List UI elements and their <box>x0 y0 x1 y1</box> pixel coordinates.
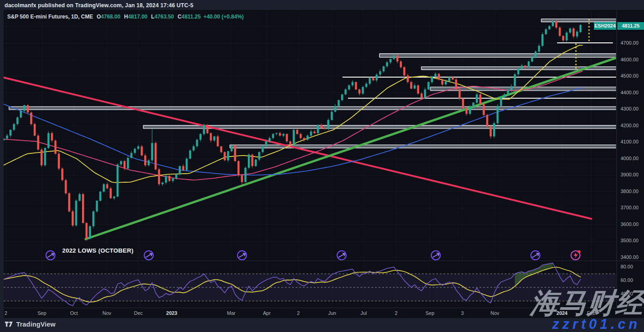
timeline-marker-icon[interactable] <box>144 251 153 260</box>
price-axis-label: 4600.00 <box>621 57 639 62</box>
price-axis-label: 3900.00 <box>621 172 639 177</box>
time-axis-label: 2 <box>297 310 300 316</box>
price-axis-label: 3500.00 <box>621 238 639 243</box>
footer-bar: TradingView <box>5 320 55 328</box>
legend-change: +40.00 (+0.84%) <box>203 14 243 20</box>
price-axis-label: 4700.00 <box>621 40 639 46</box>
legend-ohlc-key: L <box>151 14 154 20</box>
time-axis-label: Mar <box>227 310 236 316</box>
time-axis-label: Nov <box>102 310 111 316</box>
time-axis-label: 2 <box>5 310 7 316</box>
timeline-marker-icon[interactable] <box>46 251 55 260</box>
timeline-marker-icon[interactable] <box>531 251 540 260</box>
price-axis-label: 3700.00 <box>621 205 639 210</box>
timeline-marker-icon[interactable] <box>337 251 346 260</box>
legend-ohlc-value: 4811.25 <box>182 14 201 20</box>
time-axis-label: 3 <box>461 310 464 316</box>
price-axis-label: 4100.00 <box>621 139 639 144</box>
legend-ohlc-key: H <box>124 14 128 20</box>
timeline-marker-icon[interactable] <box>238 251 247 260</box>
oscillator-axis-label: 60.00 <box>621 277 633 283</box>
time-axis-label: Oct <box>70 310 78 316</box>
annotation-2022-lows-label: 2022 LOWS (OCTOBER) <box>62 247 133 254</box>
time-axis-label: Jun <box>328 310 336 316</box>
legend-ohlc-value: 4817.00 <box>128 14 147 20</box>
legend-ohlc-value: 4763.50 <box>155 14 174 20</box>
price-axis-label: 3600.00 <box>621 221 639 227</box>
watermark-url-text: zzrt01.cn <box>552 316 640 332</box>
time-axis-label: 2023 <box>166 310 177 316</box>
footer-brand-text[interactable]: TradingView <box>16 321 55 328</box>
timeline-marker-icon[interactable] <box>431 251 440 260</box>
price-axis-label: 3400.00 <box>621 254 639 260</box>
chart-canvas[interactable] <box>0 0 644 332</box>
price-axis-label: 4000.00 <box>621 156 639 161</box>
time-axis-label: Sep <box>425 310 434 316</box>
legend-symbol-title: S&P 500 E-mini Futures, 1D, CME <box>7 14 93 20</box>
price-axis[interactable]: 4700.004600.004500.004400.004300.004200.… <box>617 10 644 308</box>
last-price-badge[interactable]: 4811.25 <box>617 22 644 30</box>
uptrend-from-2022-lows[interactable] <box>86 58 617 239</box>
price-axis-label: 4400.00 <box>621 90 639 95</box>
legend-ohlc-value: 4768.00 <box>101 14 120 20</box>
symbol-legend[interactable]: S&P 500 E-mini Futures, 1D, CMEO4768.00H… <box>7 14 244 20</box>
contract-badge[interactable]: ESH2024 <box>594 22 616 30</box>
resistance-zones[interactable] <box>9 19 616 148</box>
time-axis-label: Nov <box>490 310 499 316</box>
legend-ohlc-key: O <box>97 14 101 20</box>
oscillator-axis-label: 80.00 <box>621 264 633 269</box>
legend-ohlc-key: C <box>178 14 182 20</box>
price-axis-label: 4500.00 <box>621 73 639 78</box>
time-axis-label: Sep <box>37 310 46 316</box>
timeline-marker-flash-icon[interactable] <box>571 250 580 260</box>
time-axis-label: Apr <box>263 310 270 316</box>
price-axis-label: 4200.00 <box>621 123 639 128</box>
price-axis-label: 4300.00 <box>621 106 639 111</box>
legend-ohlc-values: O4768.00H4817.00L4763.50C4811.25 <box>93 14 201 20</box>
attribution-text: dacolmanfx published on TradingView.com,… <box>5 2 193 9</box>
time-axis-label: Jul <box>361 310 367 316</box>
price-axis-label: 3800.00 <box>621 189 639 194</box>
time-axis-label: Dec <box>134 310 143 316</box>
time-axis-label: 2 <box>395 310 397 316</box>
tradingview-logo-icon[interactable] <box>5 320 13 328</box>
tradingview-snapshot: dacolmanfx published on TradingView.com,… <box>0 0 644 332</box>
